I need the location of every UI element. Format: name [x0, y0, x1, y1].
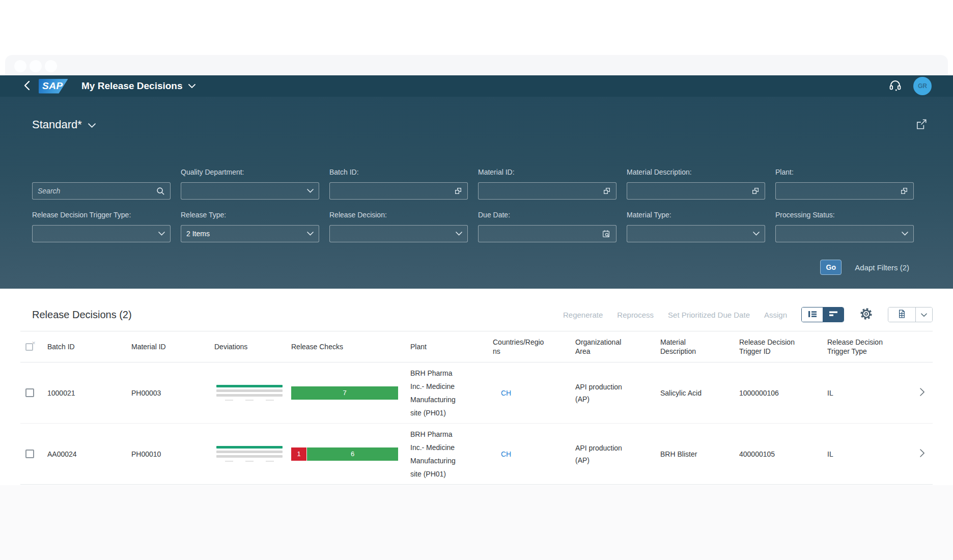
material-description-input[interactable] [627, 182, 765, 200]
filter-field-release-decision: Release Decision: [329, 211, 468, 242]
filter-field-batch-id: Batch ID: [329, 168, 468, 200]
variant-selector[interactable]: Standard* [32, 116, 96, 133]
column-header-material-description[interactable]: Material Description [660, 338, 739, 356]
material-id-input[interactable] [478, 182, 616, 200]
filter-field-release-decision-trigger-type: Release Decision Trigger Type: [32, 211, 171, 242]
filter-label: Release Type: [181, 211, 319, 221]
filter-footer: Go Adapt Filters (2) [820, 260, 909, 275]
chevron-down-icon [753, 232, 760, 236]
table-settings-button[interactable] [858, 307, 874, 322]
row-checkbox[interactable] [25, 450, 34, 458]
view-switch-table-button[interactable] [823, 307, 844, 322]
avatar[interactable]: GR [913, 77, 932, 95]
value-help-icon[interactable] [603, 187, 611, 195]
column-header-material-id[interactable]: Material ID [131, 342, 214, 351]
table-row[interactable]: AA00024 PH00010 1 6 BRH Pharma Inc.- Med… [20, 424, 933, 485]
processing-status-select[interactable] [775, 225, 914, 242]
row-navigation-button[interactable] [911, 388, 933, 398]
search-icon[interactable] [156, 187, 165, 195]
assign-button[interactable]: Assign [764, 311, 787, 319]
plant-input[interactable] [775, 182, 914, 200]
window-titlebar [5, 55, 948, 75]
filter-label: Release Decision: [329, 211, 468, 221]
filter-label: Batch ID: [329, 168, 468, 178]
adapt-filters-link[interactable]: Adapt Filters (2) [855, 263, 909, 272]
export-menu-button[interactable] [916, 307, 932, 322]
go-button[interactable]: Go [820, 260, 842, 275]
release-type-select[interactable]: 2 Items [181, 225, 319, 242]
cell-material-id: PH00010 [131, 450, 214, 458]
value-help-icon[interactable] [900, 187, 908, 195]
window-control-dot[interactable] [30, 60, 42, 72]
select-value: 2 Items [186, 230, 307, 238]
support-button[interactable] [888, 78, 902, 94]
value-help-icon[interactable] [751, 187, 760, 195]
row-navigation-button[interactable] [911, 449, 933, 459]
release-checks-negative-segment: 1 [291, 447, 306, 461]
cell-release-decision-trigger-id: 1000000106 [739, 389, 827, 397]
filter-field-material-type: Material Type: [627, 211, 765, 242]
avatar-initials: GR [918, 82, 927, 90]
column-header-organizational-area[interactable]: Organizational Area [575, 338, 660, 356]
cell-organizational-area: API production (AP) [575, 442, 660, 466]
regenerate-button[interactable]: Regenerate [563, 311, 603, 319]
share-button[interactable] [915, 118, 928, 132]
header-select-cell [20, 343, 47, 351]
filter-label: Material Description: [627, 168, 765, 178]
column-header-batch-id[interactable]: Batch ID [47, 342, 131, 351]
window-control-dot[interactable] [45, 60, 57, 72]
table-header-row: Batch ID Material ID Deviations Release … [20, 331, 933, 362]
app-title-menu-button[interactable] [188, 82, 195, 90]
chevron-down-icon [456, 232, 462, 236]
filter-label: Quality Department: [181, 168, 319, 178]
filter-grid: Quality Department: Batch ID: Material I… [32, 168, 914, 242]
chevron-down-icon [921, 311, 927, 319]
column-header-release-decision-trigger-type[interactable]: Release Decision Trigger Type [827, 338, 911, 356]
cell-countries-regions: CH [493, 389, 575, 397]
filter-field-plant: Plant: [775, 168, 914, 200]
row-select-cell [20, 450, 47, 458]
filter-label: Material ID: [478, 168, 616, 178]
quality-department-select[interactable] [181, 182, 319, 200]
set-prioritized-due-date-button[interactable]: Set Prioritized Due Date [668, 311, 750, 319]
reprocess-button[interactable]: Reprocess [617, 311, 654, 319]
due-date-input[interactable] [478, 225, 616, 242]
material-type-select[interactable] [627, 225, 765, 242]
filter-label: Plant: [775, 168, 914, 178]
batch-id-input[interactable] [329, 182, 468, 200]
filter-field-search [32, 168, 171, 200]
deselect-all-icon[interactable] [25, 343, 33, 351]
sap-logo: SAP [39, 79, 68, 94]
column-header-release-checks[interactable]: Release Checks [291, 342, 410, 351]
column-header-countries-regions[interactable]: Countries/Regions [493, 338, 575, 356]
column-header-plant[interactable]: Plant [410, 342, 493, 351]
cell-countries-regions: CH [493, 450, 575, 458]
value-help-icon[interactable] [454, 187, 462, 195]
export-to-spreadsheet-button[interactable] [888, 307, 916, 322]
release-decision-trigger-type-select[interactable] [32, 225, 171, 242]
row-checkbox[interactable] [25, 388, 34, 397]
variant-title: Standard* [32, 118, 82, 131]
table-row[interactable]: 1000021 PH00003 7 BRH Pharma Inc.- Medic… [20, 362, 933, 424]
chevron-down-icon [902, 232, 908, 236]
countries-regions-link[interactable]: CH [501, 450, 511, 458]
deviations-micro-chart [216, 385, 283, 401]
gear-icon [859, 307, 873, 322]
back-button[interactable] [23, 80, 31, 92]
calendar-search-icon[interactable] [602, 229, 611, 238]
window-control-dot[interactable] [14, 60, 26, 72]
cell-release-decision-trigger-id: 400000105 [739, 450, 827, 458]
release-checks-positive-segment: 6 [307, 447, 398, 461]
countries-regions-link[interactable]: CH [501, 389, 511, 397]
release-decision-select[interactable] [329, 225, 468, 242]
view-switch-detail-button[interactable] [802, 307, 823, 322]
filter-bar: Standard* Quality [0, 97, 953, 289]
deviations-micro-chart [216, 446, 283, 462]
deviation-bar-teal [216, 446, 283, 449]
variant-menu-button[interactable] [88, 120, 96, 130]
search-input[interactable] [38, 187, 156, 195]
cell-organizational-area: API production (AP) [575, 381, 660, 405]
column-header-deviations[interactable]: Deviations [214, 342, 291, 351]
column-header-release-decision-trigger-id[interactable]: Release Decision Trigger ID [739, 338, 827, 356]
list-detail-icon [808, 310, 817, 320]
